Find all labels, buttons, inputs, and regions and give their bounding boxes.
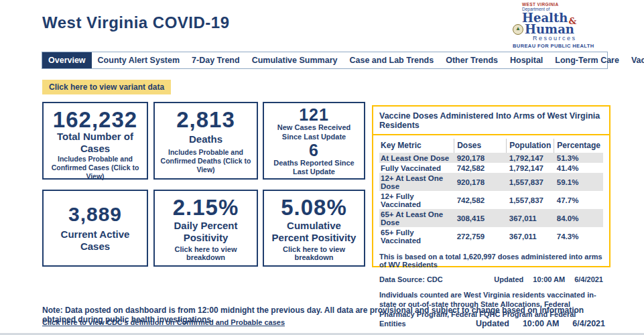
metric-cell: 12+ At Least One Dose: [379, 173, 454, 191]
metric-cell: 65+ At Least One Dose: [379, 209, 454, 227]
tab-other-trends[interactable]: Other Trends: [440, 52, 504, 68]
daily-positivity-value: 2.15%: [173, 196, 239, 218]
active-cases-card: 3,889 Current Active Cases: [42, 190, 148, 267]
tab-overview[interactable]: Overview: [42, 52, 92, 68]
value-cell: 920,178: [454, 173, 507, 191]
cumulative-positivity-label: Cumulative Percent Positivity: [267, 220, 361, 244]
tab-case-and-lab-trends[interactable]: Case and Lab Trends: [343, 52, 440, 68]
cumulative-positivity-breakdown-link[interactable]: Click here to view breakdown: [267, 245, 361, 261]
metric-cell: At Least One Dose: [379, 153, 454, 163]
footer-updated-date: 6/4/2021: [572, 319, 605, 328]
logo-bureau-text: BUREAU FOR PUBLIC HEALTH: [513, 44, 613, 49]
active-cases-label: Current Active Cases: [47, 228, 143, 253]
vaccine-total-note: This is based on a total 1,620,997 doses…: [379, 253, 603, 269]
tab-hospital[interactable]: Hospital: [504, 52, 549, 68]
vaccine-column-header: Percentage: [554, 139, 603, 153]
value-cell: 59.1%: [554, 173, 603, 191]
deaths-label: Deaths: [189, 133, 222, 145]
vaccine-updated-time: 10:00 AM: [533, 275, 565, 283]
mountain-seal-icon: ▲: [513, 24, 523, 35]
metric-cell: 12+ Fully Vaccinated: [379, 191, 454, 209]
footer-updated: Updated 10:00 AM 6/4/2021: [476, 319, 605, 328]
value-cell: 1,792,147: [507, 153, 554, 163]
vaccine-table-row: 65+ Fully Vaccinated272,759367,01174.3%: [379, 227, 603, 245]
metric-cell: Fully Vaccinated: [379, 163, 454, 173]
vaccine-table-row: At Least One Dose920,1781,792,14751.3%: [379, 153, 603, 163]
value-cell: 367,011: [507, 227, 554, 245]
value-cell: 1,557,837: [507, 191, 554, 209]
vaccine-column-header: Key Metric: [379, 139, 454, 153]
active-cases-value: 3,889: [68, 204, 122, 224]
tab-7-day-trend[interactable]: 7-Day Trend: [186, 52, 246, 68]
nav-tabs: OverviewCounty Alert System7-Day TrendCu…: [42, 52, 608, 69]
vaccine-table-header-row: Key MetricDosesPopulationPercentage: [379, 139, 603, 153]
total-cases-value: 162,232: [53, 109, 137, 131]
vaccine-table-row: 12+ At Least One Dose920,1781,557,83759.…: [379, 173, 603, 191]
value-cell: 84.0%: [554, 209, 603, 227]
vaccine-panel-title: Vaccine Doses Administered Into Arms of …: [379, 111, 603, 134]
value-cell: 51.3%: [554, 153, 603, 163]
value-cell: 41.4%: [554, 163, 603, 173]
new-deaths-label: Deaths Reported Since Last Update: [267, 159, 361, 178]
logo-human-word: Human: [525, 23, 574, 35]
total-cases-label: Total Number of Cases: [47, 131, 143, 155]
value-cell: 272,759: [454, 227, 507, 245]
logo-resources-text: Resources: [533, 36, 613, 42]
vaccine-source-row: Data Source: CDC Updated 10:00 AM 6/4/20…: [379, 275, 603, 283]
cumulative-positivity-value: 5.08%: [281, 196, 347, 218]
tab-cumulative-summary[interactable]: Cumulative Summary: [246, 52, 344, 68]
variant-data-button[interactable]: Click here to view variant data: [42, 80, 171, 94]
vaccine-table-row: Fully Vaccinated742,5821,792,14741.4%: [379, 163, 603, 173]
vaccine-updated-label: Updated: [494, 275, 523, 283]
new-cases-card: 121 New Cases Received Since Last Update…: [263, 102, 365, 180]
vaccine-data-source: Data Source: CDC: [379, 275, 443, 283]
vaccine-column-header: Doses: [454, 139, 507, 153]
value-cell: 1,792,147: [507, 163, 554, 173]
new-deaths-value: 6: [309, 142, 319, 159]
covid-dashboard-page: West Virginia COVID-19 WEST VIRGINIA Dep…: [0, 0, 644, 335]
value-cell: 920,178: [454, 153, 507, 163]
vaccine-table-row: 12+ Fully Vaccinated742,5821,557,83747.7…: [379, 191, 603, 209]
tab-county-alert-system[interactable]: County Alert System: [92, 52, 186, 68]
vaccine-updated: Updated 10:00 AM 6/4/2021: [494, 275, 603, 283]
vaccine-table-body: At Least One Dose920,1781,792,14751.3%Fu…: [379, 153, 603, 245]
metric-cell: 65+ Fully Vaccinated: [379, 227, 454, 245]
page-title: West Virginia COVID-19: [42, 13, 230, 32]
vaccine-panel: Vaccine Doses Administered Into Arms of …: [372, 105, 610, 267]
vaccine-table: Key MetricDosesPopulationPercentage At L…: [379, 139, 603, 245]
tab-long-term-care[interactable]: Long-Term Care: [549, 52, 625, 68]
total-cases-sublabel: Includes Probable and Confirmed Cases (C…: [47, 155, 143, 181]
value-cell: 742,582: [454, 163, 507, 173]
value-cell: 1,557,837: [507, 173, 554, 191]
value-cell: 367,011: [507, 209, 554, 227]
footer-updated-time: 10:00 AM: [523, 319, 559, 328]
daily-positivity-card: 2.15% Daily Percent Positivity Click her…: [153, 190, 258, 267]
value-cell: 74.3%: [554, 227, 603, 245]
logo-human-row: ▲ Human: [513, 23, 613, 35]
logo-ampersand: &: [568, 16, 576, 26]
new-cases-label: New Cases Received Since Last Update: [267, 123, 361, 142]
value-cell: 742,582: [454, 191, 507, 209]
deaths-sublabel: Includes Probable and Confirmed Deaths (…: [158, 148, 253, 174]
value-cell: 308,415: [454, 209, 507, 227]
daily-positivity-label: Daily Percent Positivity: [158, 220, 253, 244]
daily-positivity-breakdown-link[interactable]: Click here to view breakdown: [158, 245, 253, 261]
value-cell: 47.7%: [554, 191, 603, 209]
new-cases-value: 121: [299, 107, 329, 123]
deaths-card[interactable]: 2,813 Deaths Includes Probable and Confi…: [153, 102, 258, 180]
vaccine-column-header: Population: [507, 139, 554, 153]
total-cases-card[interactable]: 162,232 Total Number of Cases Includes P…: [42, 102, 148, 180]
deaths-value: 2,813: [176, 109, 235, 131]
vaccine-table-row: 65+ At Least One Dose308,415367,01184.0%: [379, 209, 603, 227]
cdc-definition-link[interactable]: Click here to view CDC's definition on C…: [42, 318, 285, 326]
cumulative-positivity-card: 5.08% Cumulative Percent Positivity Clic…: [263, 190, 365, 267]
tab-vaccine-summary[interactable]: Vaccine Summary: [625, 52, 644, 68]
vaccine-updated-date: 6/4/2021: [574, 275, 603, 283]
vaccine-panel-divider: [373, 134, 609, 135]
dhhr-logo: WEST VIRGINIA Department of Health& ▲ Hu…: [513, 3, 613, 48]
footer-updated-label: Updated: [476, 319, 509, 328]
